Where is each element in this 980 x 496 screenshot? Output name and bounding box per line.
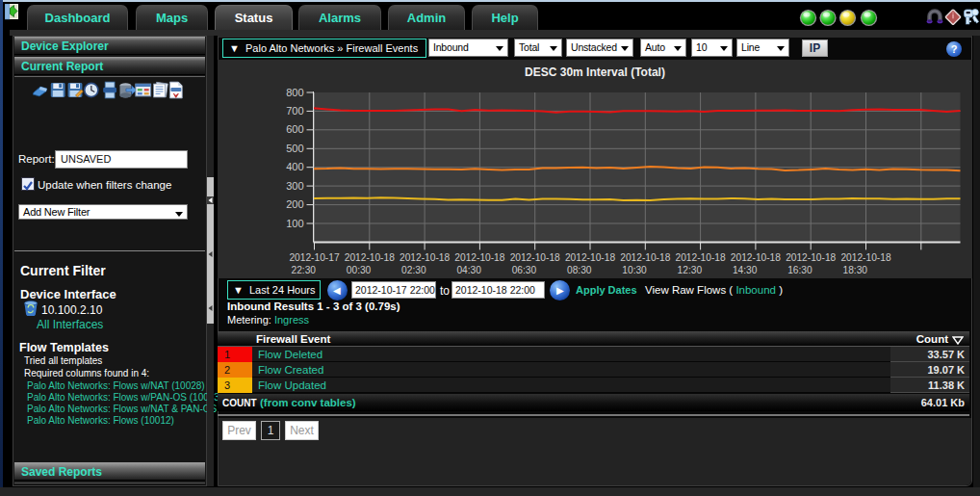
svg-text:2012-10-18: 2012-10-18 xyxy=(510,252,560,263)
svg-text:16:30: 16:30 xyxy=(787,265,812,275)
svg-text:2012-10-18: 2012-10-18 xyxy=(620,252,670,263)
svg-text:2012-10-18: 2012-10-18 xyxy=(565,252,615,263)
svg-text:22:30: 22:30 xyxy=(292,265,317,275)
svg-text:2012-10-18: 2012-10-18 xyxy=(786,252,836,263)
svg-text:2012-10-18: 2012-10-18 xyxy=(454,252,504,263)
svg-text:2012-10-18: 2012-10-18 xyxy=(731,252,781,263)
svg-text:100: 100 xyxy=(286,218,303,229)
svg-text:300: 300 xyxy=(286,180,303,192)
svg-text:2012-10-18: 2012-10-18 xyxy=(400,252,450,263)
svg-text:14:30: 14:30 xyxy=(733,265,758,275)
svg-text:12:30: 12:30 xyxy=(678,265,703,275)
svg-text:08:30: 08:30 xyxy=(567,265,592,275)
svg-text:800: 800 xyxy=(286,87,303,98)
svg-text:04:30: 04:30 xyxy=(456,265,481,275)
svg-text:2012-10-17: 2012-10-17 xyxy=(289,252,339,263)
svg-text:06:30: 06:30 xyxy=(512,265,537,275)
svg-text:00:30: 00:30 xyxy=(347,265,372,275)
svg-text:700: 700 xyxy=(286,105,303,117)
svg-text:400: 400 xyxy=(286,161,303,172)
svg-text:02:30: 02:30 xyxy=(401,265,426,275)
svg-text:10:30: 10:30 xyxy=(622,265,647,275)
svg-text:2012-10-18: 2012-10-18 xyxy=(676,252,726,263)
svg-text:2012-10-18: 2012-10-18 xyxy=(345,252,395,263)
svg-text:500: 500 xyxy=(286,143,303,154)
svg-text:2012-10-18: 2012-10-18 xyxy=(840,252,890,263)
svg-text:200: 200 xyxy=(286,198,303,210)
svg-text:18:30: 18:30 xyxy=(843,265,868,275)
svg-text:600: 600 xyxy=(286,123,303,135)
